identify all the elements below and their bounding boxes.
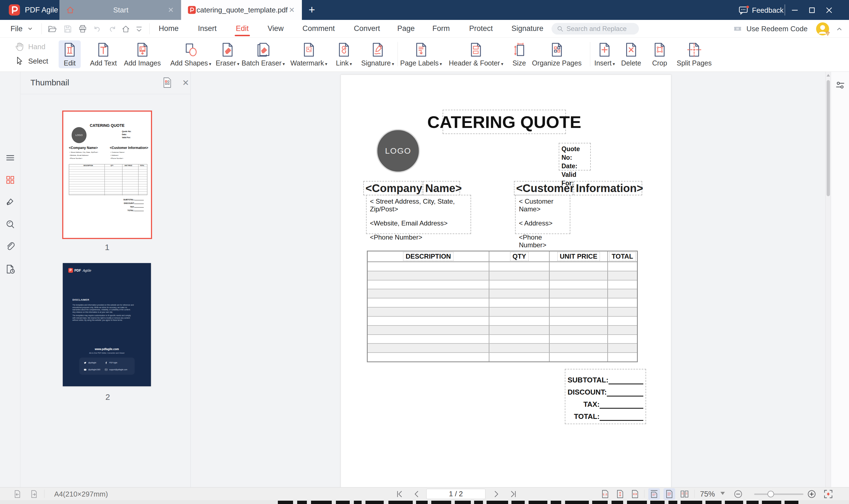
print-icon[interactable] [78,24,87,34]
account-chevron-icon[interactable] [836,25,843,33]
menu-item-protect[interactable]: Protect [469,20,493,37]
header-footer-tool-button[interactable]: Header & Footer▾ [446,40,507,68]
new-tab-button[interactable]: + [306,4,317,16]
close-window-button[interactable] [824,5,834,16]
menu-item-form[interactable]: Form [432,20,450,37]
search-box[interactable]: Search and Replace [551,23,639,35]
zoom-level-label[interactable]: 75% [700,490,715,499]
table-cell[interactable] [549,271,607,280]
table-cell[interactable] [607,289,637,298]
actual-size-icon[interactable] [599,488,611,500]
menu-item-signature[interactable]: Signature [511,20,544,37]
table-cell[interactable] [549,326,607,334]
first-page-icon[interactable] [395,489,404,499]
table-cell[interactable] [549,317,607,325]
properties-sliders-icon[interactable] [835,79,846,91]
page-indicator-input[interactable]: 1 / 2 [426,489,485,499]
previous-view-icon[interactable] [13,489,22,499]
watermark-tool-button[interactable]: Watermark▾ [287,40,330,68]
customer-details-textbox[interactable]: < Customer Name>< Address><Phone Number> [515,195,570,234]
attachment-icon[interactable] [5,241,16,251]
menu-item-view[interactable]: View [268,20,284,37]
vertical-scrollbar[interactable] [825,72,831,487]
open-file-icon[interactable] [48,24,57,34]
table-row[interactable] [368,307,637,316]
annotation-pen-icon[interactable] [5,197,16,207]
table-row[interactable] [368,343,637,352]
single-page-view-icon[interactable] [664,488,675,500]
last-page-icon[interactable] [509,489,518,499]
table-cell[interactable] [489,353,549,361]
document-canvas[interactable]: CATERING QUOTE LOGO Quote No:Date:Valid … [191,72,825,487]
table-cell[interactable] [489,335,549,343]
table-cell[interactable] [368,344,489,352]
table-cell[interactable] [607,335,637,343]
table-cell[interactable] [368,271,489,280]
organize-pages-tool-button[interactable]: Organize Pages [529,40,585,68]
table-cell[interactable] [489,308,549,316]
redeem-code-button[interactable]: Use Redeem Code [732,20,808,38]
signature-tool-button[interactable]: Signature▾ [358,40,397,68]
document-page[interactable]: CATERING QUOTE LOGO Quote No:Date:Valid … [341,75,671,487]
table-cell[interactable] [368,317,489,325]
hand-tool[interactable]: Hand [14,41,45,52]
table-cell[interactable] [489,262,549,271]
previous-page-icon[interactable] [412,489,421,499]
maximize-button[interactable] [807,5,817,16]
facing-pages-icon[interactable] [679,488,690,500]
company-name-textbox-2[interactable]: Name> [423,181,460,195]
page-thumbnail-1[interactable]: CATERING QUOTE LOGO Quote No:Date:Valid … [62,110,152,239]
edit-tool-button[interactable]: Edit [59,40,81,68]
quote-items-table[interactable]: DESCRIPTIONQTYUNIT PRICETOTAL [367,251,638,362]
table-cell[interactable] [549,299,607,307]
menu-item-convert[interactable]: Convert [354,20,380,37]
undo-icon[interactable] [93,24,102,34]
add-shapes-tool-button[interactable]: Add Shapes▾ [167,40,214,68]
page-history-icon[interactable] [5,264,16,274]
continuous-scroll-icon[interactable] [648,488,660,500]
table-cell[interactable] [368,326,489,334]
table-cell[interactable] [489,281,549,289]
insert-tool-button[interactable]: Insert▾ [591,40,618,68]
add-images-tool-button[interactable]: Add Images [121,40,164,68]
table-cell[interactable] [607,353,637,361]
table-cell[interactable] [607,281,637,289]
fullscreen-icon[interactable] [823,489,833,499]
delete-tool-button[interactable]: Delete [618,40,644,68]
menu-icon[interactable] [5,152,16,163]
minimize-button[interactable] [790,5,800,16]
table-cell[interactable] [368,281,489,289]
table-cell[interactable] [368,289,489,298]
table-row[interactable] [368,325,637,334]
table-cell[interactable] [549,344,607,352]
table-cell[interactable] [368,335,489,343]
table-row[interactable] [368,316,637,325]
table-cell[interactable] [607,299,637,307]
crop-tool-button[interactable]: Crop [649,40,671,68]
file-menu[interactable]: File [11,20,34,38]
customer-info-textbox-1[interactable]: <Customer [514,181,573,195]
size-tool-button[interactable]: Size [508,40,530,68]
menu-item-insert[interactable]: Insert [198,20,217,37]
table-cell[interactable] [549,308,607,316]
table-row[interactable] [368,280,637,289]
company-details-textbox[interactable]: < Street Address, City, State, Zip/Post>… [366,195,471,234]
table-row[interactable] [368,352,637,361]
table-cell[interactable] [489,271,549,280]
zoom-in-icon[interactable] [807,489,817,499]
table-cell[interactable] [549,353,607,361]
table-cell[interactable] [489,299,549,307]
table-row[interactable] [368,262,637,271]
table-cell[interactable] [368,353,489,361]
table-row[interactable] [368,289,637,298]
table-cell[interactable] [489,326,549,334]
table-cell[interactable] [607,262,637,271]
quote-fields-textbox[interactable]: Quote No:Date:Valid For: [559,143,591,170]
tab-document-close-icon[interactable]: ✕ [288,6,296,14]
thumbnail-panel-close-icon[interactable]: ✕ [182,78,189,88]
document-title-textbox[interactable]: CATERING QUOTE [443,110,566,134]
table-cell[interactable] [607,344,637,352]
feedback-button[interactable]: Feedback [739,5,783,16]
fit-page-icon[interactable] [614,488,626,500]
tab-start-close-icon[interactable]: ✕ [167,6,175,14]
